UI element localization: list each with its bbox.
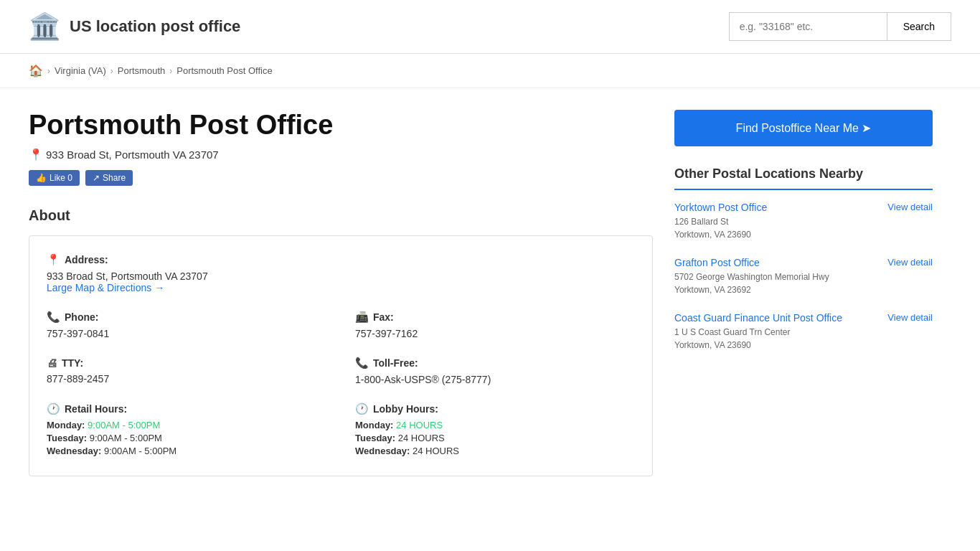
breadcrumb-sep-1: › (47, 66, 50, 76)
page-address: 📍 933 Broad St, Portsmouth VA 23707 (29, 148, 653, 161)
about-heading: About (29, 207, 653, 224)
fax-col: 📠 Fax: 757-397-7162 (355, 311, 635, 339)
breadcrumb-portsmouth[interactable]: Portsmouth (118, 65, 165, 76)
social-buttons: 👍 Like 0 ↗ Share (29, 170, 653, 186)
search-button[interactable]: Search (887, 12, 951, 41)
fb-like-button[interactable]: 👍 Like 0 (29, 170, 80, 186)
nearby-grafton-info: Grafton Post Office 5702 George Washingt… (674, 257, 880, 296)
tollfree-label-text: Toll-Free: (373, 357, 418, 369)
nearby-heading: Other Postal Locations Nearby (674, 166, 933, 190)
nearby-yorktown-addr: 126 Ballard St Yorktown, VA 23690 (674, 215, 880, 241)
tty-label: 🖨 TTY: (47, 357, 326, 369)
header: 🏛️ US location post office Search (0, 0, 980, 54)
fax-label: 📠 Fax: (355, 311, 635, 324)
retail-hours-monday: Monday: 9:00AM - 5:00PM (47, 420, 326, 430)
tty-col: 🖨 TTY: 877-889-2457 (47, 357, 326, 385)
address-label-text: Address: (65, 254, 108, 265)
nearby-coastguard-view-detail[interactable]: View detail (887, 312, 933, 323)
phone-col: 📞 Phone: 757-397-0841 (47, 311, 326, 339)
map-directions-link[interactable]: Large Map & Directions → (47, 282, 164, 293)
info-card: 📍 Address: 933 Broad St, Portsmouth VA 2… (29, 235, 653, 476)
main-container: Portsmouth Post Office 📍 933 Broad St, P… (0, 88, 980, 498)
nearby-item-grafton: Grafton Post Office 5702 George Washingt… (674, 257, 933, 296)
logo-icon: 🏛️ (29, 11, 61, 42)
address-label: 📍 Address: (47, 253, 635, 266)
nearby-item-yorktown: Yorktown Post Office 126 Ballard St York… (674, 202, 933, 241)
lobby-hours-tuesday: Tuesday: 24 HOURS (355, 433, 635, 443)
fb-share-label: Share (103, 173, 126, 183)
retail-hours-col: 🕐 Retail Hours: Monday: 9:00AM - 5:00PM … (47, 402, 326, 458)
tty-value: 877-889-2457 (47, 373, 326, 385)
logo-text: US location post office (70, 17, 240, 36)
nearby-grafton-name[interactable]: Grafton Post Office (674, 257, 880, 268)
nearby-grafton-view-detail[interactable]: View detail (887, 257, 933, 268)
phone-label-text: Phone: (65, 311, 98, 323)
nearby-item-coastguard: Coast Guard Finance Unit Post Office 1 U… (674, 312, 933, 352)
address-icon: 📍 (47, 253, 60, 266)
main-content: Portsmouth Post Office 📍 933 Broad St, P… (29, 110, 653, 476)
breadcrumb-sep-3: › (169, 66, 172, 76)
find-postoffice-button[interactable]: Find Postoffice Near Me ➤ (674, 110, 933, 146)
address-col: 📍 Address: 933 Broad St, Portsmouth VA 2… (47, 253, 635, 293)
page-title: Portsmouth Post Office (29, 110, 653, 141)
lobby-hours-label-text: Lobby Hours: (373, 403, 438, 415)
retail-hours-label-text: Retail Hours: (65, 403, 127, 415)
clock-icon-retail: 🕐 (47, 402, 60, 415)
tty-tollfree-row: 🖨 TTY: 877-889-2457 📞 Toll-Free: 1-800-A… (47, 357, 635, 385)
pin-icon: 📍 (29, 148, 43, 161)
phone-fax-row: 📞 Phone: 757-397-0841 📠 Fax: 757-397-716… (47, 311, 635, 339)
fb-share-button[interactable]: ↗ Share (85, 170, 133, 186)
lobby-hours-monday: Monday: 24 HOURS (355, 420, 635, 430)
tollfree-label: 📞 Toll-Free: (355, 357, 635, 369)
phone-icon: 📞 (47, 311, 60, 324)
breadcrumb-virginia[interactable]: Virginia (VA) (55, 65, 106, 76)
clock-icon-lobby: 🕐 (355, 402, 369, 415)
nearby-coastguard-addr: 1 U S Coast Guard Trn Center Yorktown, V… (674, 326, 880, 352)
lobby-hours-col: 🕐 Lobby Hours: Monday: 24 HOURS Tuesday:… (355, 402, 635, 458)
lobby-hours-wednesday: Wednesday: 24 HOURS (355, 446, 635, 456)
tollfree-col: 📞 Toll-Free: 1-800-Ask-USPS® (275-8777) (355, 357, 635, 385)
fb-share-icon: ↗ (93, 173, 100, 183)
fb-like-label: Like 0 (50, 173, 72, 183)
breadcrumb-sep-2: › (110, 66, 113, 76)
nearby-yorktown-info: Yorktown Post Office 126 Ballard St York… (674, 202, 880, 241)
tollfree-value: 1-800-Ask-USPS® (275-8777) (355, 374, 635, 385)
tty-icon: 🖨 (47, 357, 57, 369)
breadcrumb-home-icon[interactable]: 🏠 (29, 64, 43, 77)
nearby-yorktown-name[interactable]: Yorktown Post Office (674, 202, 880, 213)
nearby-yorktown-view-detail[interactable]: View detail (887, 202, 933, 212)
nearby-coastguard-name[interactable]: Coast Guard Finance Unit Post Office (674, 312, 880, 324)
fax-icon: 📠 (355, 311, 369, 324)
phone-value: 757-397-0841 (47, 328, 326, 339)
retail-hours-tuesday: Tuesday: 9:00AM - 5:00PM (47, 433, 326, 443)
fax-value: 757-397-7162 (355, 328, 635, 339)
tollfree-icon: 📞 (355, 357, 369, 369)
tty-label-text: TTY: (62, 357, 83, 369)
retail-hours-label: 🕐 Retail Hours: (47, 402, 326, 415)
breadcrumb: 🏠 › Virginia (VA) › Portsmouth › Portsmo… (0, 54, 980, 88)
nearby-coastguard-info: Coast Guard Finance Unit Post Office 1 U… (674, 312, 880, 352)
lobby-hours-label: 🕐 Lobby Hours: (355, 402, 635, 415)
address-text: 933 Broad St, Portsmouth VA 23707 (46, 149, 219, 161)
search-input[interactable] (729, 12, 887, 41)
fax-label-text: Fax: (373, 311, 394, 323)
address-row: 📍 Address: 933 Broad St, Portsmouth VA 2… (47, 253, 635, 293)
nearby-grafton-addr: 5702 George Washington Memorial Hwy York… (674, 270, 880, 296)
hours-row: 🕐 Retail Hours: Monday: 9:00AM - 5:00PM … (47, 402, 635, 458)
address-value: 933 Broad St, Portsmouth VA 23707 (47, 270, 635, 282)
header-logo: 🏛️ US location post office (29, 11, 240, 42)
breadcrumb-current[interactable]: Portsmouth Post Office (176, 65, 272, 76)
fb-like-icon: 👍 (36, 173, 47, 183)
sidebar: Find Postoffice Near Me ➤ Other Postal L… (674, 110, 933, 476)
retail-hours-wednesday: Wednesday: 9:00AM - 5:00PM (47, 446, 326, 456)
header-search-area: Search (729, 12, 951, 41)
phone-label: 📞 Phone: (47, 311, 326, 324)
